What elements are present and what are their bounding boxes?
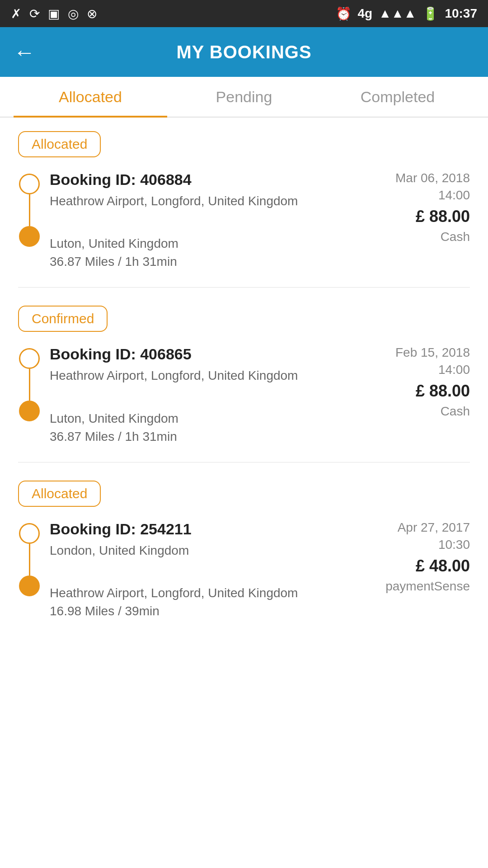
booking-price-1: £ 88.00 [352, 207, 470, 226]
dest-dot-1 [19, 226, 40, 247]
battery-icon: 🔋 [422, 6, 438, 21]
booking-right-3: Apr 27, 2017 10:30 £ 48.00 paymentSense [352, 520, 470, 594]
header: ← MY BOOKINGS [0, 27, 488, 77]
bookings-list: Allocated Booking ID: 406884 Heathrow Ai… [0, 118, 488, 650]
location-from-2: Heathrow Airport, Longford, United Kingd… [50, 368, 352, 384]
booking-date-1: Mar 06, 2018 [352, 171, 470, 185]
location-to-2: Luton, United Kingdom [50, 411, 352, 426]
route-indicator-2 [18, 345, 41, 421]
booking-time-2: 14:00 [352, 363, 470, 377]
booking-id-3: Booking ID: 254211 [50, 520, 352, 538]
status-bar: ✗ ⟳ ▣ ◎ ⊗ ⏰ 4g ▲▲▲ 🔋 10:37 [0, 0, 488, 27]
booking-price-2: £ 88.00 [352, 382, 470, 401]
tab-pending[interactable]: Pending [167, 77, 321, 117]
booking-details-3: Booking ID: 254211 London, United Kingdo… [50, 520, 352, 618]
status-icons-right: ⏰ 4g ▲▲▲ 🔋 10:37 [336, 6, 477, 21]
image-icon: ▣ [48, 6, 60, 21]
route-indicator-1 [18, 171, 41, 247]
route-line-3 [29, 544, 30, 576]
page-title: MY BOOKINGS [176, 42, 311, 62]
booking-time-3: 10:30 [352, 538, 470, 552]
status-badge-3: Allocated [18, 481, 101, 507]
missed-call-icon: ✗ [11, 6, 21, 21]
booking-time-1: 14:00 [352, 188, 470, 203]
tab-completed[interactable]: Completed [321, 77, 474, 117]
status-icons-left: ✗ ⟳ ▣ ◎ ⊗ [11, 6, 97, 21]
tab-allocated[interactable]: Allocated [14, 77, 167, 117]
booking-left-2: Booking ID: 406865 Heathrow Airport, Lon… [18, 345, 352, 443]
booking-right-1: Mar 06, 2018 14:00 £ 88.00 Cash [352, 171, 470, 244]
location-from-3: London, United Kingdom [50, 542, 352, 559]
dest-dot-2 [19, 401, 40, 421]
origin-dot-3 [19, 523, 40, 544]
distance-3: 16.98 Miles / 39min [50, 604, 352, 618]
route-line-1 [29, 194, 30, 226]
booking-payment-3: paymentSense [352, 579, 470, 594]
citrus-icon: ◎ [68, 6, 79, 21]
booking-row-3: Booking ID: 254211 London, United Kingdo… [18, 520, 470, 618]
booking-details-1: Booking ID: 406884 Heathrow Airport, Lon… [50, 171, 352, 269]
status-badge-1: Allocated [18, 131, 101, 157]
booking-row-1: Booking ID: 406884 Heathrow Airport, Lon… [18, 171, 470, 269]
booking-card-2: Confirmed Booking ID: 406865 Heathrow Ai… [18, 287, 470, 462]
route-line-2 [29, 369, 30, 401]
booking-row-2: Booking ID: 406865 Heathrow Airport, Lon… [18, 345, 470, 443]
booking-price-3: £ 48.00 [352, 557, 470, 576]
booking-date-3: Apr 27, 2017 [352, 520, 470, 535]
location-to-1: Luton, United Kingdom [50, 236, 352, 251]
booking-payment-2: Cash [352, 404, 470, 419]
origin-dot-2 [19, 348, 40, 369]
booking-right-2: Feb 15, 2018 14:00 £ 88.00 Cash [352, 345, 470, 419]
route-indicator-3 [18, 520, 41, 596]
booking-details-2: Booking ID: 406865 Heathrow Airport, Lon… [50, 345, 352, 443]
distance-1: 36.87 Miles / 1h 31min [50, 255, 352, 269]
distance-2: 36.87 Miles / 1h 31min [50, 429, 352, 444]
cancel-icon: ⊗ [87, 6, 97, 21]
back-button[interactable]: ← [14, 40, 35, 65]
booking-id-2: Booking ID: 406865 [50, 345, 352, 363]
clock: 10:37 [445, 6, 477, 21]
booking-card-1: Allocated Booking ID: 406884 Heathrow Ai… [18, 131, 470, 287]
tabs-bar: Allocated Pending Completed [0, 77, 488, 118]
booking-card-3: Allocated Booking ID: 254211 London, Uni… [18, 462, 470, 637]
booking-date-2: Feb 15, 2018 [352, 345, 470, 360]
booking-left-3: Booking ID: 254211 London, United Kingdo… [18, 520, 352, 618]
booking-left-1: Booking ID: 406884 Heathrow Airport, Lon… [18, 171, 352, 269]
dest-dot-3 [19, 576, 40, 596]
booking-payment-1: Cash [352, 230, 470, 244]
location-from-1: Heathrow Airport, Longford, United Kingd… [50, 193, 352, 209]
network-label: 4g [358, 6, 373, 21]
signal-icon: ▲▲▲ [379, 6, 416, 21]
alarm-icon: ⏰ [336, 6, 352, 21]
origin-dot-1 [19, 174, 40, 194]
location-to-3: Heathrow Airport, Longford, United Kingd… [50, 586, 352, 600]
sync-icon: ⟳ [29, 6, 40, 21]
status-badge-2: Confirmed [18, 306, 108, 332]
booking-id-1: Booking ID: 406884 [50, 171, 352, 189]
